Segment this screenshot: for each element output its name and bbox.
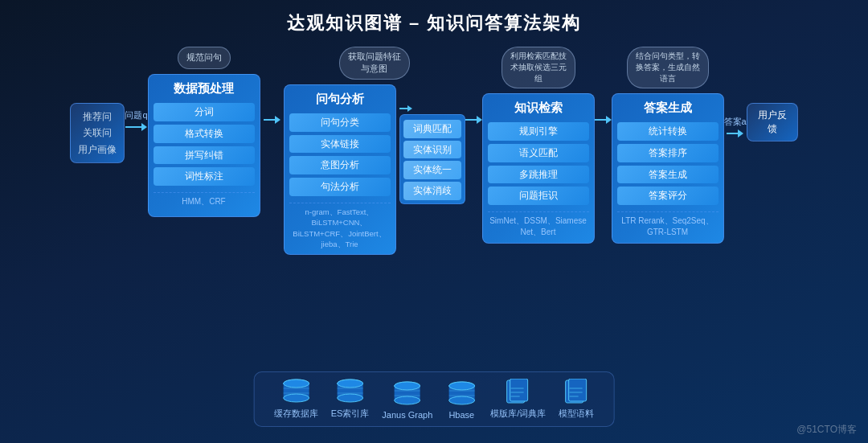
db-item-es: ES索引库 [331,379,370,420]
box-data-preprocess: 数据预处理 分词 格式转换 拼写纠错 词性标注 HMM、CRF [148,74,260,217]
svg-point-15 [395,382,420,390]
arrow-4 [595,116,612,124]
cloud-label-1: 规范问句 [178,47,231,69]
svg-rect-30 [568,379,586,401]
cloud-label-4: 结合问句类型，转 换答案，生成自然 语言 [627,47,709,88]
box-answer-gen: 答案生成 统计转换 答案排序 答案生成 答案评分 LTR Rerank、Seq2… [612,93,724,244]
db-label-es: ES索引库 [331,408,370,420]
db-icon-hbase [445,381,477,407]
box-sentence-analysis: 问句分析 问句分类 实体链接 意图分析 句法分析 n-gram、FastText… [284,84,396,255]
db-label-janus: Janus Graph [382,410,432,420]
item-tongji: 统计转换 [617,122,719,141]
item-shititl: 实体统一 [403,161,461,179]
db-item-moban: 模版库/词典库 [490,379,546,420]
svg-point-14 [395,396,420,404]
tech-4: LTR Rerank、Seq2Seq、GTR-LSTM [617,211,719,238]
item-cidian: 词典匹配 [403,120,461,138]
item-pinxie: 拼写纠错 [154,146,255,165]
left-side-box: 推荐问 关联问 用户画像 [70,103,125,163]
arrow-3 [465,116,482,124]
db-icon-model [560,379,592,404]
db-label-cache: 缓存数据库 [274,408,318,420]
db-icon-cache [280,379,312,404]
col-data-preprocess: 规范问句 数据预处理 分词 格式转换 拼写纠错 词性标注 HMM、CRF [148,47,260,217]
item-shitilj: 实体链接 [289,135,391,154]
db-item-hbase: Hbase [445,381,477,420]
right-side-text: 用户反馈 [754,109,791,136]
question-label: 问题q [125,109,147,121]
left-side-column: 推荐问 关联问 用户画像 [70,47,125,163]
item-jufa: 句法分析 [289,178,391,196]
left-side-text: 推荐问 关联问 用户画像 [77,109,117,158]
col-answer-gen: 结合问句类型，转 换答案，生成自然 语言 答案生成 统计转换 答案排序 答案生成… [612,47,724,244]
box-knowledge-search: 知识检索 规则引擎 语义匹配 多跳推理 问题拒识 SimNet、DSSM、Sia… [482,93,595,244]
svg-point-9 [337,379,362,388]
item-geshi: 格式转换 [154,125,255,143]
right-side-box: 用户反馈 [747,103,798,142]
item-daanspf: 答案评分 [617,187,719,205]
col-sentence-analysis: 获取问题特征 与意图 问句分析 问句分类 实体链接 意图分析 句法分析 n-gr… [284,47,465,255]
cloud-label-3: 利用检索匹配技 术抽取候选三元 组 [502,47,575,88]
item-yitu: 意图分析 [289,156,391,174]
db-icon-es [334,379,366,404]
tech-3: SimNet、DSSM、Siamese Net、Bert [488,211,589,238]
item-daansc: 答案生成 [617,166,719,184]
db-label-model: 模型语料 [559,408,594,420]
item-duotiao: 多跳推理 [488,166,589,184]
item-guize: 规则引擎 [488,122,589,141]
item-shitixq: 实体消歧 [403,182,461,200]
box-title-3: 知识检索 [514,100,563,116]
box-title-1: 数据预处理 [174,81,234,96]
tech-2: n-gram、FastText、BiLSTM+CNN、BiLSTM+CRF、Jo… [289,203,391,249]
svg-point-20 [448,396,474,404]
box-title-4: 答案生成 [644,100,692,116]
item-daans: 答案排序 [617,144,719,162]
svg-rect-25 [510,379,528,401]
db-label-hbase: Hbase [448,410,474,420]
page-title: 达观知识图谱 – 知识问答算法架构 [0,0,868,42]
item-wentijj: 问题拒识 [488,187,589,205]
db-label-moban: 模版库/词典库 [490,408,546,420]
db-icon-moban [502,379,534,404]
item-wenjulei: 问句分类 [289,113,391,132]
item-fenci: 分词 [154,103,255,121]
right-side-column: 用户反馈 [747,47,798,142]
arrow-2 [260,87,284,124]
box-title-2: 问句分析 [316,92,364,107]
db-icon-janus [391,381,424,407]
svg-point-21 [448,382,474,390]
right-arrow-1 [125,123,147,131]
svg-point-2 [283,394,309,402]
arrow-5: 答案a [724,116,747,137]
svg-point-8 [337,394,362,402]
item-yuyi: 语义匹配 [488,144,589,162]
tech-1: HMM、CRF [154,192,255,211]
answer-label: 答案a [724,116,747,128]
sub-box-entity: 词典匹配 实体识别 实体统一 实体消歧 [399,114,465,204]
database-bar: 缓存数据库 ES索引库 Janus Graph [254,371,615,427]
item-cixing: 词性标注 [154,167,255,186]
col-knowledge-search: 利用检索匹配技 术抽取候选三元 组 知识检索 规则引擎 语义匹配 多跳推理 问题… [482,47,595,244]
main-flow: 推荐问 关联问 用户画像 问题q 规范问句 数据预处理 分词 格式转换 拼写纠错… [0,47,868,255]
item-shitisl: 实体识别 [403,141,461,159]
db-item-model: 模型语料 [559,379,594,420]
db-item-janus: Janus Graph [382,381,432,420]
cloud-label-2: 获取问题特征 与意图 [339,47,410,80]
svg-point-3 [283,379,309,388]
watermark: @51CTO博客 [796,423,857,437]
db-item-cache: 缓存数据库 [274,379,318,420]
